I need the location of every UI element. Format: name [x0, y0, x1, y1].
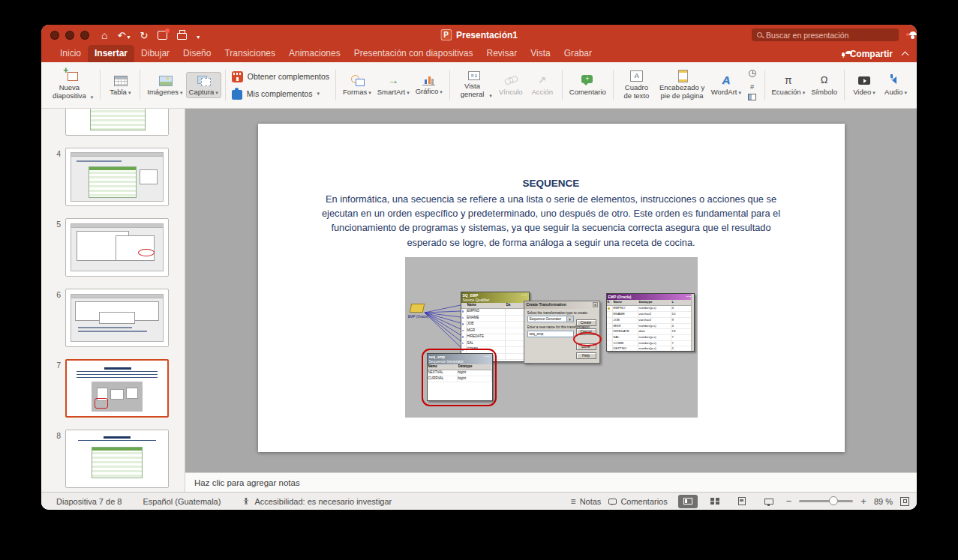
- tab-diseno[interactable]: Diseño: [176, 45, 218, 62]
- action-button[interactable]: Acción: [527, 72, 558, 99]
- tab-revisar[interactable]: Revisar: [479, 45, 524, 62]
- tab-dibujar[interactable]: Dibujar: [134, 45, 176, 62]
- tab-inicio[interactable]: Inicio: [53, 45, 88, 62]
- print-button[interactable]: [177, 30, 187, 40]
- new-slide-button[interactable]: Nueva diapositiva▾: [47, 67, 96, 103]
- ribbon: Nueva diapositiva▾ Tabla▾ Imágenes▾ Capt…: [41, 62, 917, 109]
- red-circle-annotation[interactable]: [573, 332, 602, 346]
- window-title: Presentación1: [456, 30, 518, 40]
- fit-slide-button[interactable]: [900, 497, 909, 506]
- chart-button[interactable]: Gráfico▾: [413, 73, 446, 98]
- notes-toggle-button[interactable]: Notas: [571, 496, 602, 507]
- zoom-slider[interactable]: [799, 500, 853, 502]
- header-footer-icon: [675, 70, 689, 82]
- slide-thumbnail[interactable]: [65, 430, 169, 488]
- view-normal-button[interactable]: [678, 495, 698, 508]
- home-icon: [101, 28, 107, 42]
- tab-grabar[interactable]: Grabar: [557, 45, 599, 62]
- symbol-button[interactable]: Símbolo: [808, 72, 840, 99]
- window-buttons-icon: ▪▪▪: [521, 293, 527, 297]
- text-box-icon: [629, 70, 643, 82]
- comment-button[interactable]: Comentario: [566, 72, 609, 99]
- slide-thumbnail-7[interactable]: 7: [41, 359, 177, 418]
- zoom-slider-knob[interactable]: [829, 496, 838, 505]
- slide-thumbnail-4[interactable]: 4: [41, 148, 177, 206]
- accessibility-icon: [242, 497, 251, 506]
- search-box[interactable]: [752, 28, 899, 41]
- my-add-ins-button[interactable]: Mis complementos ▾: [232, 88, 329, 100]
- language-button[interactable]: Español (Guatemala): [143, 497, 221, 506]
- search-input[interactable]: [766, 31, 893, 40]
- customize-toolbar-button[interactable]: [197, 28, 200, 42]
- slide-canvas[interactable]: SEQUENCE En informática, una secuencia s…: [258, 124, 845, 452]
- collapse-ribbon-icon[interactable]: [902, 51, 909, 58]
- minimize-button[interactable]: [65, 31, 74, 40]
- symbol-icon: [818, 74, 831, 86]
- shapes-button[interactable]: Formas▾: [340, 72, 374, 99]
- slide-thumbnail-8[interactable]: 8: [41, 430, 177, 488]
- chart-icon: [422, 75, 435, 85]
- object-button[interactable]: [746, 92, 758, 102]
- chevron-down-icon: ▾: [180, 90, 183, 96]
- text-box-button[interactable]: Cuadro de texto: [617, 67, 656, 103]
- slide-number-button[interactable]: [746, 80, 758, 90]
- scrollbar: [691, 294, 694, 351]
- table-button[interactable]: Tabla▾: [104, 72, 136, 99]
- video-button[interactable]: Video▾: [848, 72, 880, 99]
- header-footer-button[interactable]: Encabezado y pie de página: [656, 67, 708, 103]
- undo-button[interactable]: [117, 28, 130, 42]
- search-icon: [757, 32, 762, 37]
- zoom-out-button[interactable]: [786, 496, 792, 507]
- slide-title-textbox[interactable]: SEQUENCE: [258, 178, 845, 189]
- slide-body-textbox[interactable]: En informática, una secuencia se refiere…: [314, 192, 788, 250]
- view-notes-page-button[interactable]: [732, 495, 752, 508]
- view-slide-sorter-button[interactable]: [705, 495, 725, 508]
- share-label[interactable]: Compartir: [850, 49, 893, 59]
- wordart-button[interactable]: WordArt▾: [708, 72, 743, 99]
- notes-pane[interactable]: Haz clic para agregar notas: [185, 472, 917, 492]
- smartart-button[interactable]: SmartArt▾: [374, 72, 413, 99]
- chevron-down-icon: ▾: [215, 90, 218, 96]
- zoom-in-button[interactable]: [860, 496, 866, 507]
- export-button[interactable]: [158, 31, 167, 40]
- tab-presentacion-con-diapositivas[interactable]: Presentación con diapositivas: [347, 45, 480, 62]
- slide-content-image[interactable]: EMP (Oracle) SQ_EMP Source Qualifier ▪▪▪…: [405, 257, 698, 418]
- equation-button[interactable]: Ecuación▾: [769, 72, 809, 99]
- powerpoint-app-icon: [440, 29, 452, 40]
- slide-thumbnail[interactable]: [65, 148, 169, 206]
- tab-animaciones[interactable]: Animaciones: [282, 45, 347, 62]
- home-button[interactable]: [101, 28, 107, 42]
- audio-button[interactable]: Audio▾: [880, 72, 911, 99]
- redo-button[interactable]: [140, 28, 148, 42]
- date-time-button[interactable]: [746, 68, 758, 78]
- zoom-window-button[interactable]: [80, 31, 89, 40]
- slide-thumbnail-6[interactable]: 6: [41, 289, 177, 347]
- chevron-down-icon: ▾: [128, 90, 131, 96]
- close-button[interactable]: [50, 31, 59, 40]
- slide-thumbnail-partial[interactable]: [41, 109, 177, 136]
- view-slideshow-button[interactable]: [759, 495, 779, 508]
- comments-toggle-button[interactable]: Comentarios: [608, 497, 667, 506]
- overview-button[interactable]: Vista general▾: [454, 69, 495, 101]
- zoom-percentage[interactable]: 89 %: [874, 497, 893, 506]
- chevron-down-icon: ▾: [872, 90, 875, 96]
- chevron-down-icon: ▾: [317, 91, 320, 97]
- tab-transiciones[interactable]: Transiciones: [218, 45, 282, 62]
- link-button[interactable]: Vínculo: [495, 72, 527, 99]
- slide-thumbnail[interactable]: [65, 218, 169, 277]
- screenshot-button[interactable]: Captura▾: [186, 72, 221, 99]
- red-rectangle-annotation[interactable]: [422, 349, 497, 406]
- slide-thumbnail-5[interactable]: 5: [41, 218, 177, 277]
- slide-thumbnail[interactable]: [65, 289, 169, 347]
- get-add-ins-button[interactable]: Obtener complementos: [232, 71, 329, 82]
- tab-insertar[interactable]: Insertar: [88, 45, 134, 62]
- chevron-down-icon: ▾: [440, 89, 443, 95]
- table-icon: [113, 74, 127, 86]
- accessibility-button[interactable]: Accesibilidad: es necesario investigar: [242, 497, 392, 506]
- notes-placeholder[interactable]: Haz clic para agregar notas: [194, 478, 300, 487]
- comments-icon: [608, 499, 617, 505]
- slide-thumbnail[interactable]: [65, 109, 169, 136]
- slide-thumbnail-selected[interactable]: [65, 359, 169, 418]
- pictures-button[interactable]: Imágenes▾: [144, 72, 185, 99]
- tab-vista[interactable]: Vista: [524, 45, 557, 62]
